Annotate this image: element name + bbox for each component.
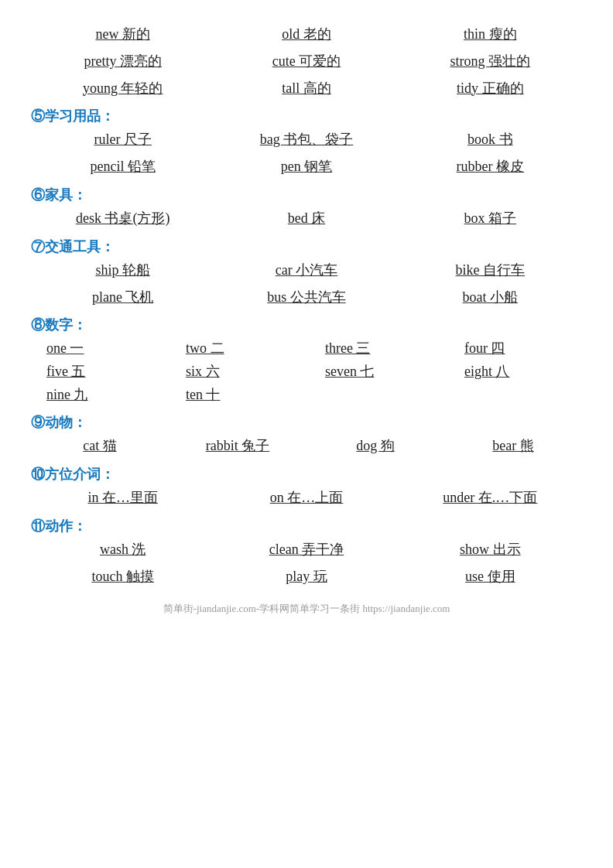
vocab-use: use 使用 <box>405 566 575 588</box>
section-animals-header: ⑨动物： <box>31 413 582 432</box>
vocab-eight: eight 八 <box>464 361 604 382</box>
vocab-touch: touch 触摸 <box>38 566 208 588</box>
vocab-desk: desk 书桌(方形) <box>38 207 208 230</box>
vocab-new: new 新的 <box>38 23 208 46</box>
section-prepositions-header: ⑩方位介词： <box>31 465 582 484</box>
footer-text: 简单街-jiandanjie.com-学科网简单学习一条街 https://ji… <box>31 602 582 616</box>
vocab-in: in 在…里面 <box>38 487 208 509</box>
vocab-nine: nine 九 <box>46 384 186 405</box>
vocab-clean: clean 弄干净 <box>221 538 392 561</box>
actions-row2: touch 触摸 play 玩 use 使用 <box>31 566 582 588</box>
stationery-row2: pencil 铅笔 pen 钢笔 rubber 橡皮 <box>31 155 582 178</box>
vocab-ten: ten 十 <box>186 384 325 405</box>
numbers-grid: one 一 two 二 three 三 four 四 five 五 six 六 … <box>31 337 582 405</box>
section-actions-header: ⑪动作： <box>31 517 582 535</box>
vocab-pencil: pencil 铅笔 <box>38 155 208 178</box>
vocab-show: show 出示 <box>405 538 575 561</box>
vocab-pretty: pretty 漂亮的 <box>38 50 208 73</box>
vocab-box: box 箱子 <box>405 207 575 230</box>
vocab-bear: bear 熊 <box>459 435 567 457</box>
vocab-under: under 在.…下面 <box>405 487 575 509</box>
vocab-three: three 三 <box>325 337 464 359</box>
vocab-car: car 小汽车 <box>221 259 392 282</box>
vocab-pen: pen 钢笔 <box>221 155 392 178</box>
vocab-play: play 玩 <box>221 566 392 588</box>
furniture-row1: desk 书桌(方形) bed 床 box 箱子 <box>31 207 582 230</box>
animals-row1: cat 猫 rabbit 兔子 dog 狗 bear 熊 <box>31 435 582 457</box>
vocab-book: book 书 <box>405 128 575 151</box>
vocab-seven: seven 七 <box>325 361 464 382</box>
vocab-five: five 五 <box>46 361 186 382</box>
section-numbers-header: ⑧数字： <box>31 316 582 334</box>
vocab-plane: plane 飞机 <box>38 286 208 309</box>
adjectives-row2: pretty 漂亮的 cute 可爱的 strong 强壮的 <box>31 50 582 73</box>
section-stationery-header: ⑤学习用品： <box>31 107 582 125</box>
vocab-bed: bed 床 <box>221 207 392 230</box>
vocab-thin: thin 瘦的 <box>405 23 575 46</box>
vocab-six: six 六 <box>186 361 325 382</box>
prepositions-row1: in 在…里面 on 在…上面 under 在.…下面 <box>31 487 582 509</box>
adjectives-row3: young 年轻的 tall 高的 tidy 正确的 <box>31 77 582 100</box>
vocab-bag: bag 书包、袋子 <box>221 128 392 151</box>
actions-row1: wash 洗 clean 弄干净 show 出示 <box>31 538 582 561</box>
vocab-tall: tall 高的 <box>221 77 392 100</box>
vocab-wash: wash 洗 <box>38 538 208 561</box>
transport-row2: plane 飞机 bus 公共汽车 boat 小船 <box>31 286 582 309</box>
vocab-rubber: rubber 橡皮 <box>405 155 575 178</box>
vocab-ruler: ruler 尺子 <box>38 128 208 151</box>
adjectives-row1: new 新的 old 老的 thin 瘦的 <box>31 23 582 46</box>
vocab-old: old 老的 <box>221 23 392 46</box>
vocab-tidy: tidy 正确的 <box>405 77 575 100</box>
vocab-dog: dog 狗 <box>321 435 430 457</box>
transport-row1: ship 轮船 car 小汽车 bike 自行车 <box>31 259 582 282</box>
section-furniture-header: ⑥家具： <box>31 186 582 204</box>
vocab-boat: boat 小船 <box>405 286 575 309</box>
vocab-rabbit: rabbit 兔子 <box>183 435 292 457</box>
vocab-on: on 在…上面 <box>221 487 392 509</box>
vocab-ship: ship 轮船 <box>38 259 208 282</box>
vocab-bike: bike 自行车 <box>405 259 575 282</box>
vocab-young: young 年轻的 <box>38 77 208 100</box>
stationery-row1: ruler 尺子 bag 书包、袋子 book 书 <box>31 128 582 151</box>
vocab-cat: cat 猫 <box>46 435 154 457</box>
vocab-four: four 四 <box>464 337 604 359</box>
vocab-one: one 一 <box>46 337 186 359</box>
vocab-bus: bus 公共汽车 <box>221 286 392 309</box>
section-transport-header: ⑦交通工具： <box>31 238 582 256</box>
vocab-strong: strong 强壮的 <box>405 50 575 73</box>
vocab-two: two 二 <box>186 337 325 359</box>
vocab-cute: cute 可爱的 <box>221 50 392 73</box>
